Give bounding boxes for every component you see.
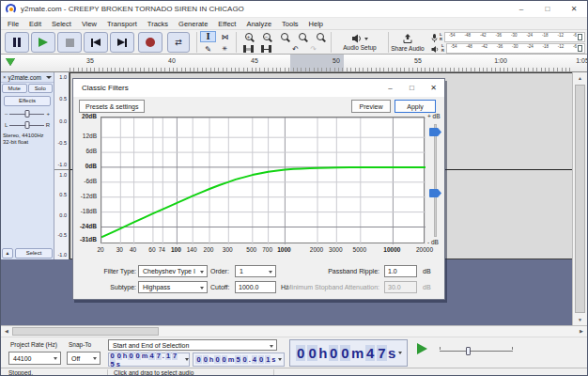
horizontal-scrollbar[interactable]: ◀ ▶	[1, 325, 587, 337]
close-button[interactable]: ✕	[561, 1, 587, 18]
share-audio-button[interactable]: Share Audio	[386, 32, 429, 53]
menu-item[interactable]: Tracks	[147, 20, 168, 28]
audio-setup-button[interactable]: Audio Setup	[334, 32, 385, 53]
timecode-unit: h	[122, 352, 128, 360]
track-control-panel[interactable]: × y2mate.com Mute Solo Effects – + L R S…	[1, 72, 54, 259]
filter-type-label: Filter Type:	[75, 265, 136, 277]
scroll-left-icon[interactable]: ◀	[1, 326, 12, 337]
recording-meter[interactable]: LR -54-48-42-36-30-24-18-12-6	[431, 32, 585, 42]
play-speed-slider[interactable]	[440, 351, 513, 352]
pause-button[interactable]	[5, 32, 29, 53]
mute-button[interactable]: Mute	[2, 84, 27, 93]
recording-meter-bar[interactable]: -54-48-42-36-30-24-18-12-6	[444, 32, 585, 42]
audio-position-display[interactable]: 00h00m47s	[289, 339, 408, 367]
zoom-toggle-button[interactable]	[293, 31, 311, 42]
menu-item[interactable]: Edit	[29, 20, 41, 28]
dialog-minimize-button[interactable]: –	[379, 79, 401, 97]
subtype-select[interactable]: Highpass	[138, 281, 208, 293]
menu-item[interactable]: Analyze	[246, 20, 271, 28]
amplitude-label: 0.5	[59, 192, 67, 197]
solo-button[interactable]: Solo	[28, 84, 54, 93]
record-button[interactable]	[138, 32, 162, 53]
undo-button[interactable]: ↶	[286, 43, 304, 55]
skip-to-start-button[interactable]	[84, 32, 108, 53]
dialog-close-button[interactable]: ✕	[423, 79, 444, 97]
selection-start-time[interactable]: 00h00m47.175s	[108, 352, 190, 367]
presets-settings-button[interactable]: Presets & settings	[79, 100, 145, 113]
filter-type-select[interactable]: Chebyshev Type I	[138, 265, 208, 277]
min-db-slider-handle[interactable]	[429, 189, 441, 197]
play-speed-thumb[interactable]	[466, 347, 471, 355]
scroll-right-icon[interactable]: ▶	[576, 326, 587, 337]
zoom-in-button[interactable]: +	[240, 31, 257, 42]
menu-item[interactable]: Tools	[282, 20, 299, 28]
select-track-button[interactable]: Select	[15, 248, 53, 258]
draw-tool-button[interactable]: ✎	[200, 43, 216, 55]
gain-slider-thumb[interactable]	[24, 110, 29, 118]
x-tick-label: 60	[148, 246, 155, 253]
zoom-selection-button[interactable]	[275, 31, 293, 42]
menu-item[interactable]: Generate	[178, 20, 208, 28]
gain-slider[interactable]: – +	[1, 108, 54, 119]
play-at-speed-button[interactable]	[417, 343, 427, 354]
snap-to-select[interactable]: Off	[67, 352, 101, 365]
track-menu-caret-icon[interactable]	[46, 76, 52, 79]
stop-button[interactable]	[57, 32, 82, 53]
trim-audio-button[interactable]	[240, 43, 257, 55]
playback-meter[interactable]: LR -54-48-42-36-30-24-18-12-6	[431, 43, 585, 54]
play-button[interactable]	[31, 32, 55, 53]
track-close-icon[interactable]: ×	[3, 74, 7, 80]
redo-button[interactable]: ↷	[304, 43, 322, 55]
loop-button[interactable]: ⇄	[167, 32, 190, 53]
scroll-up-icon[interactable]: ▲	[573, 72, 587, 84]
playhead-triangle-icon[interactable]	[6, 58, 15, 66]
menu-item[interactable]: Transport	[107, 20, 137, 28]
collapse-track-button[interactable]: ▲	[2, 248, 13, 258]
horizontal-scroll-thumb[interactable]	[12, 327, 159, 336]
apply-button[interactable]: Apply	[395, 100, 436, 113]
silence-audio-button[interactable]	[257, 43, 275, 55]
menu-item[interactable]: Select	[52, 20, 71, 28]
time-format-caret-icon[interactable]	[398, 352, 402, 354]
amplitude-ruler[interactable]: 1.00.50.0-0.5-1.0 1.00.50.0-0.5-1.0	[54, 72, 70, 259]
menu-item[interactable]: View	[82, 20, 97, 28]
time-format-caret-icon[interactable]	[278, 358, 282, 361]
time-format-caret-icon[interactable]	[185, 358, 189, 361]
selection-end-time[interactable]: 00h00m50.401s	[193, 352, 285, 367]
passband-ripple-input[interactable]	[384, 265, 417, 277]
max-db-slider-handle[interactable]	[429, 128, 441, 136]
playback-meter-bar[interactable]: -54-48-42-36-30-24-18-12-6	[446, 43, 585, 54]
multi-tool-button[interactable]: ✳	[217, 43, 233, 55]
envelope-tool-button[interactable]: ⋈	[217, 31, 233, 42]
effects-button[interactable]: Effects	[4, 96, 51, 106]
preview-button[interactable]: Preview	[351, 100, 391, 113]
meter-scale-label: -48	[464, 33, 471, 39]
track-name[interactable]: y2mate.com	[8, 74, 41, 81]
window-title: y2mate.com - CREEPY BROKEN TORNADO SIREN…	[21, 5, 244, 13]
project-rate-select[interactable]: 44100	[8, 352, 61, 365]
menu-item[interactable]: File	[8, 20, 19, 28]
order-label: Order:	[210, 265, 233, 277]
vertical-scroll-thumb[interactable]	[575, 85, 585, 313]
menu-item[interactable]: Effect	[218, 20, 236, 28]
skip-to-end-button[interactable]	[110, 32, 134, 53]
x-tick-label: 30	[116, 246, 123, 253]
timeline-ruler[interactable]: 35404550551:001:05	[1, 55, 587, 72]
menu-item[interactable]: Help	[309, 20, 323, 28]
maximize-button[interactable]: □	[534, 1, 561, 18]
fit-project-icon	[317, 33, 324, 40]
fit-project-button[interactable]	[311, 31, 329, 42]
minimize-button[interactable]: –	[508, 1, 534, 18]
pan-slider-thumb[interactable]	[24, 121, 29, 129]
amplitude-label: -0.5	[58, 140, 67, 146]
zoom-in-icon: +	[245, 33, 253, 40]
zoom-out-button[interactable]: −	[257, 31, 275, 42]
selection-mode-select[interactable]: Start and End of Selection	[108, 339, 277, 351]
pan-slider[interactable]: L R	[1, 119, 54, 131]
scroll-down-icon[interactable]: ▼	[573, 314, 587, 325]
dialog-title-bar[interactable]: Classic Filters – □ ✕	[73, 79, 444, 97]
vertical-scrollbar[interactable]: ▲ ▼	[572, 72, 587, 325]
selection-tool-button[interactable]: I	[200, 31, 216, 42]
amplitude-label: -0.5	[58, 232, 67, 238]
dialog-maximize-button[interactable]: □	[401, 79, 423, 97]
